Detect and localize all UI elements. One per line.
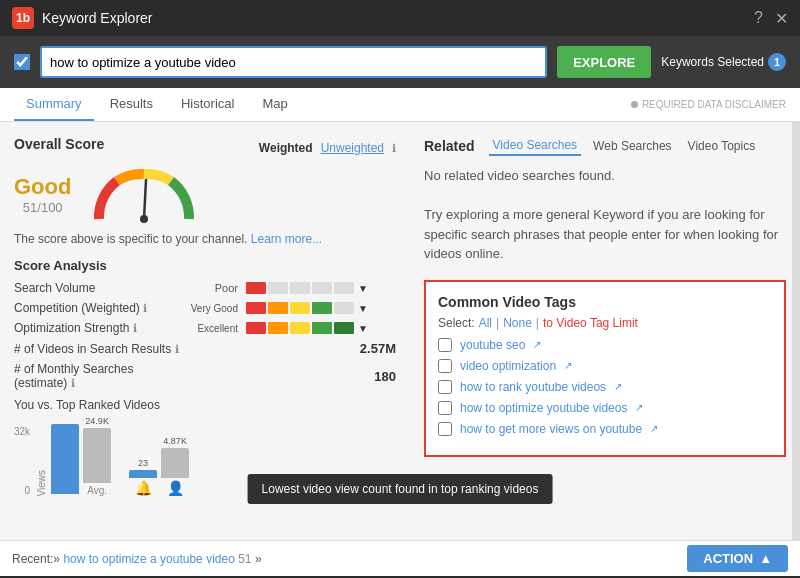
tab-map[interactable]: Map <box>250 88 299 121</box>
bar-container: ▼ <box>246 282 368 294</box>
title-bar: 1b Keyword Explorer ? ✕ <box>0 0 800 36</box>
tag-item-3: how to rank youtube videos ↗ <box>438 380 772 394</box>
tab-summary[interactable]: Summary <box>14 88 94 121</box>
bar-1 <box>246 322 266 334</box>
weighted-info-icon[interactable]: ℹ <box>392 142 396 155</box>
metric-competition: Competition (Weighted) ℹ Very Good ▼ <box>14 301 396 315</box>
gauge-area: Good 51/100 <box>14 164 396 224</box>
metric-number: 180 <box>374 369 396 384</box>
tag-link-icon-1[interactable]: ↗ <box>533 339 541 350</box>
bar-top-label-5: 4.87K <box>163 436 187 446</box>
tab-video-topics[interactable]: Video Topics <box>684 137 760 155</box>
svg-point-1 <box>140 215 148 223</box>
bar-1 <box>246 282 266 294</box>
tag-label-3[interactable]: how to rank youtube videos <box>460 380 606 394</box>
related-title: Related <box>424 138 475 154</box>
metric-label: # of Videos in Search Results ℹ <box>14 342 179 356</box>
recent-link[interactable]: how to optimize a youtube video <box>63 552 234 566</box>
competition-info-icon[interactable]: ℹ <box>143 302 147 314</box>
bar-5 <box>334 322 354 334</box>
score-note: The score above is specific to your chan… <box>14 232 396 246</box>
action-button[interactable]: ACTION ▲ <box>687 545 788 572</box>
tag-checkbox-2[interactable] <box>438 359 452 373</box>
metric-value: Excellent <box>183 323 238 334</box>
bar-col-4: 23 🔔 <box>129 458 157 496</box>
tag-link-icon-2[interactable]: ↗ <box>564 360 572 371</box>
bar-label-4: 🔔 <box>135 480 152 496</box>
title-bar-left: 1b Keyword Explorer <box>12 7 153 29</box>
recent-label: Recent:» <box>12 552 60 566</box>
opt-info-icon[interactable]: ℹ <box>133 322 137 334</box>
weighted-toggle: Weighted Unweighted ℹ <box>259 141 396 155</box>
score-num: 51/100 <box>14 200 71 215</box>
bottom-bar: Recent:» how to optimize a youtube video… <box>0 540 800 576</box>
tag-item-4: how to optimize youtube videos ↗ <box>438 401 772 415</box>
close-icon[interactable]: ✕ <box>775 9 788 28</box>
search-checkbox[interactable] <box>14 54 30 70</box>
tag-link-icon-3[interactable]: ↗ <box>614 381 622 392</box>
select-none[interactable]: None <box>503 316 532 330</box>
tag-item-1: youtube seo ↗ <box>438 338 772 352</box>
disclaimer-dot <box>631 101 638 108</box>
related-header: Related Video Searches Web Searches Vide… <box>424 136 786 156</box>
scrollbar[interactable] <box>792 122 800 540</box>
tag-checkbox-3[interactable] <box>438 380 452 394</box>
tag-label-5[interactable]: how to get more views on youtube <box>460 422 642 436</box>
metric-number: 2.57M <box>360 341 396 356</box>
tooltip: Lowest video view count found in top ran… <box>248 474 553 504</box>
bar-col-5: 4.87K 👤 <box>161 436 189 496</box>
metric-search-volume: Search Volume Poor ▼ <box>14 281 396 295</box>
recent-num: 51 <box>238 552 255 566</box>
weighted-label[interactable]: Weighted <box>259 141 313 155</box>
metric-optimization: Optimization Strength ℹ Excellent ▼ <box>14 321 396 335</box>
tab-historical[interactable]: Historical <box>169 88 246 121</box>
metric-label: Competition (Weighted) ℹ <box>14 301 179 315</box>
bar-top-label-4: 23 <box>138 458 148 468</box>
tabs-bar: Summary Results Historical Map REQUIRED … <box>0 88 800 122</box>
tab-video-searches[interactable]: Video Searches <box>489 136 582 156</box>
bar-4 <box>312 302 332 314</box>
tag-link-icon-4[interactable]: ↗ <box>635 402 643 413</box>
bar-col-1 <box>51 424 79 496</box>
tag-label-2[interactable]: video optimization <box>460 359 556 373</box>
tag-item-5: how to get more views on youtube ↗ <box>438 422 772 436</box>
metric-value: Very Good <box>183 303 238 314</box>
bar-top-label-2: 24.9K <box>85 416 109 426</box>
keywords-selected: Keywords Selected 1 <box>661 53 786 71</box>
svg-line-0 <box>144 180 146 219</box>
bar-label-5: 👤 <box>167 480 184 496</box>
tag-checkbox-1[interactable] <box>438 338 452 352</box>
overall-score-row: Overall Score Weighted Unweighted ℹ <box>14 136 396 160</box>
score-analysis-title: Score Analysis <box>14 258 396 273</box>
y-zero: 0 <box>14 485 30 496</box>
videos-info-icon[interactable]: ℹ <box>175 343 179 355</box>
unweighted-label[interactable]: Unweighted <box>321 141 384 155</box>
metric-videos: # of Videos in Search Results ℹ 2.57M <box>14 341 396 356</box>
gauge-svg <box>89 164 199 224</box>
tab-results[interactable]: Results <box>98 88 165 121</box>
tag-checkbox-4[interactable] <box>438 401 452 415</box>
app-title: Keyword Explorer <box>42 10 153 26</box>
monthly-info-icon[interactable]: ℹ <box>71 377 75 389</box>
bar-2 <box>83 428 111 483</box>
select-to-limit[interactable]: to Video Tag Limit <box>543 316 638 330</box>
tag-label-4[interactable]: how to optimize youtube videos <box>460 401 627 415</box>
bar-3 <box>290 302 310 314</box>
search-input[interactable] <box>40 46 547 78</box>
person-icon: 👤 <box>167 480 184 496</box>
score-label: Good <box>14 174 71 200</box>
select-all[interactable]: All <box>479 316 492 330</box>
bar-4 <box>312 322 332 334</box>
tab-web-searches[interactable]: Web Searches <box>589 137 676 155</box>
learn-more-link[interactable]: Learn more... <box>251 232 322 246</box>
tag-label-1[interactable]: youtube seo <box>460 338 525 352</box>
bar-container: ▼ <box>246 302 368 314</box>
explore-button[interactable]: EXPLORE <box>557 46 651 78</box>
y-axis: 32k 0 <box>14 426 32 496</box>
chart-y-label: Views <box>36 470 47 497</box>
score-left: Good 51/100 <box>14 174 71 215</box>
bar-1 <box>246 302 266 314</box>
tag-checkbox-5[interactable] <box>438 422 452 436</box>
help-icon[interactable]: ? <box>754 9 763 27</box>
tag-link-icon-5[interactable]: ↗ <box>650 423 658 434</box>
